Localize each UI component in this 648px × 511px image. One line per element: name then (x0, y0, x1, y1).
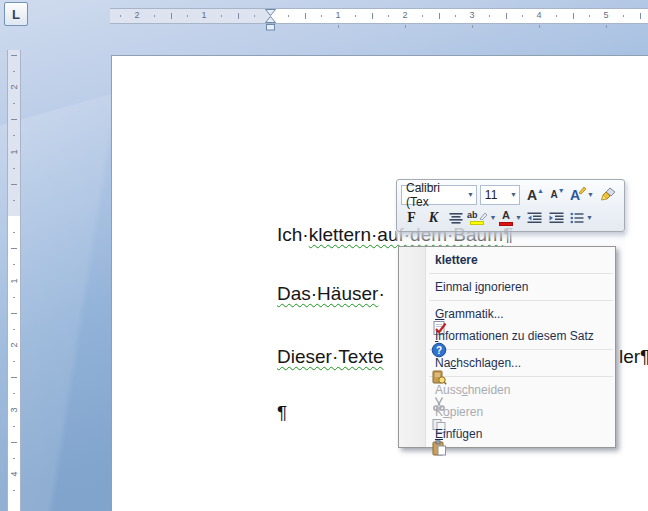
grammar-error-text[interactable]: Das·Häuser (277, 283, 378, 304)
ruler-number: 2 (9, 81, 19, 93)
ruler-tick (589, 15, 590, 17)
doc-line-2[interactable]: Das·Häuser· (277, 283, 385, 305)
caret-up-icon: ▲ (537, 187, 544, 194)
format-painter-button[interactable] (596, 185, 620, 205)
menu-item-informationen-zu-diesem-satz[interactable]: ? Informationen zu diesem Satz (399, 325, 615, 347)
ruler-tick (13, 168, 15, 169)
decrease-indent-button[interactable] (524, 208, 545, 228)
font-name-combo[interactable]: Calibri (Tex ▼ (401, 185, 477, 205)
bold-icon: F (407, 211, 416, 225)
shrink-font-button[interactable]: A▼ (547, 185, 568, 205)
tab-stop-tick (539, 25, 540, 28)
ruler-tick (522, 15, 523, 17)
highlight-ab-label: ab (467, 211, 478, 220)
ruler-tick (455, 15, 456, 17)
grammar-error-text[interactable]: Dieser·Texte (277, 346, 384, 367)
mini-toolbar: Calibri (Tex ▼ 11 ▼ A▲ A▼ A ▼ (396, 179, 625, 232)
ruler-number: 3 (9, 404, 19, 416)
grow-font-button[interactable]: A▲ (525, 185, 546, 205)
tab-selector-button[interactable]: L (4, 2, 28, 26)
ruler-number: 1 (201, 10, 206, 21)
copy-icon (404, 404, 420, 420)
align-center-icon (449, 212, 463, 224)
chevron-down-icon[interactable]: ▼ (587, 191, 594, 198)
menu-separator (429, 273, 613, 274)
font-color-button[interactable]: A ▼ (497, 208, 523, 228)
ruler-tick (13, 297, 15, 298)
help-icon: ? (404, 328, 420, 344)
menu-separator (429, 349, 613, 350)
research-icon (404, 355, 420, 371)
ruler-number: 5 (603, 10, 608, 21)
quick-styles-button[interactable]: A ▼ (569, 185, 595, 205)
vertical-ruler[interactable]: 211234 (7, 50, 21, 511)
ruler-tick (11, 184, 17, 185)
ruler-number: 3 (469, 10, 474, 21)
ruler-tick (321, 15, 322, 17)
ruler-tick (13, 490, 15, 491)
ruler-tick (154, 15, 155, 17)
tab-stop-tick (405, 25, 406, 28)
chevron-down-icon[interactable]: ▼ (510, 191, 517, 198)
ruler-tick (13, 135, 15, 136)
font-name-value: Calibri (Tex (406, 181, 465, 209)
ruler-tick (171, 13, 172, 19)
menu-item-grammatik[interactable]: Grammatik... (399, 303, 615, 325)
ruler-tick (556, 15, 557, 17)
horizontal-ruler[interactable]: 2112345 (110, 8, 648, 24)
chevron-down-icon[interactable]: ▼ (490, 214, 497, 221)
ruler-tick (254, 15, 255, 17)
highlight-button[interactable]: ab ▼ (467, 208, 496, 228)
menu-item-einmal-ignorieren[interactable]: Einmal ignorieren (399, 276, 615, 298)
ruler-tick (355, 15, 356, 17)
indent-marker[interactable] (265, 9, 276, 31)
tab-stop-tick (472, 25, 473, 28)
italic-icon: K (429, 211, 438, 225)
menu-separator (429, 300, 613, 301)
decrease-indent-icon (527, 212, 542, 224)
ruler-number: 2 (9, 339, 19, 351)
format-painter-icon (601, 187, 616, 202)
ruler-tick (305, 13, 306, 19)
menu-item-einfuegen[interactable]: Einfügen (399, 423, 615, 445)
ruler-tick (13, 361, 15, 362)
highlight-icon: ab (467, 211, 488, 225)
tab-stop-tick (338, 25, 339, 28)
doc-line-3-right-fragment[interactable]: ler¶ (619, 346, 648, 368)
ruler-tick (13, 103, 15, 104)
bullets-button[interactable]: ▼ (568, 208, 594, 228)
ruler-tick (120, 15, 121, 17)
ruler-tick (506, 13, 507, 19)
doc-line-3[interactable]: Dieser·Texte (277, 346, 384, 368)
text-run: · (378, 283, 384, 304)
ruler-tick (13, 232, 15, 233)
ruler-tick (11, 377, 17, 378)
font-color-icon: A (499, 210, 513, 226)
ruler-number: 1 (9, 146, 19, 158)
ruler-number: 4 (9, 468, 19, 480)
align-center-button[interactable] (445, 208, 466, 228)
paste-icon (404, 426, 420, 442)
bold-button[interactable]: F (401, 208, 422, 228)
font-size-combo[interactable]: 11 ▼ (480, 185, 520, 205)
highlight-pen-icon (478, 211, 488, 220)
chevron-down-icon[interactable]: ▼ (515, 214, 522, 221)
ruler-tick (13, 393, 15, 394)
ruler-number: 4 (536, 10, 541, 21)
font-size-value: 11 (485, 188, 497, 202)
ruler-tick (11, 313, 17, 314)
ruler-tick (422, 15, 423, 17)
italic-button[interactable]: K (423, 208, 444, 228)
doc-line-4[interactable]: ¶ (277, 402, 287, 424)
chevron-down-icon[interactable]: ▼ (467, 191, 474, 198)
ruler-tick (439, 13, 440, 19)
ruler-number: 2 (402, 10, 407, 21)
menu-item-nachschlagen[interactable]: Nachschlagen... (399, 352, 615, 374)
menu-item-ausschneiden: Ausschneiden (399, 379, 615, 401)
increase-indent-icon (549, 212, 564, 224)
ruler-tick (13, 200, 15, 201)
chevron-down-icon[interactable]: ▼ (586, 214, 593, 221)
increase-indent-button[interactable] (546, 208, 567, 228)
menu-item-suggestion-klettere[interactable]: klettere (399, 249, 615, 271)
ruler-tick (489, 15, 490, 17)
